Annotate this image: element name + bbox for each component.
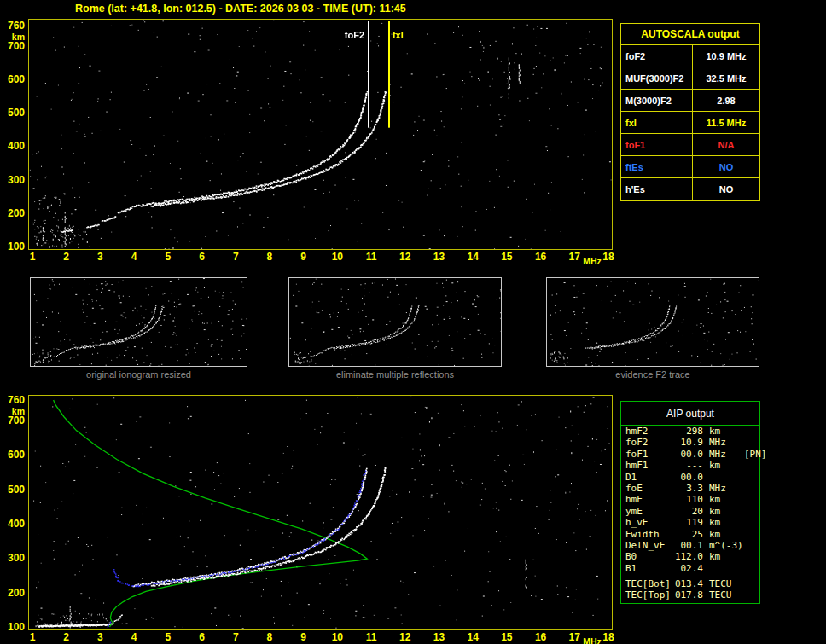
aip-row-unit: MHz	[703, 483, 744, 494]
aip-row: Ewidth25km	[621, 529, 759, 540]
autoscala-row: foF210.9 MHz	[621, 45, 759, 67]
y-tick-label: 300	[1, 554, 25, 563]
aip-row-value: 25	[672, 529, 703, 540]
y-tick-label: 100	[1, 623, 25, 632]
aip-row-unit: km	[703, 460, 744, 471]
aip-tec-label: TEC[Bot]	[621, 578, 672, 589]
thumbnail-original-ionogram	[30, 277, 247, 367]
x-tick-label: 15	[498, 633, 515, 642]
profile-canvas	[29, 396, 612, 629]
x-tick-label: 11	[363, 252, 380, 262]
x-tick-label: 3	[91, 252, 108, 262]
y-tick-label: 760	[1, 396, 25, 405]
aip-row-value: 20	[672, 506, 703, 517]
x-tick-label: 7	[227, 252, 244, 262]
x-tick-label: 1	[24, 633, 41, 642]
aip-row-unit: MHz	[703, 437, 744, 448]
aip-row-extra	[744, 483, 759, 494]
aip-row-extra	[744, 437, 759, 448]
aip-row: B0112.0km	[621, 551, 759, 562]
aip-row-label: foE	[621, 483, 672, 494]
aip-row-value: 298	[672, 426, 703, 437]
aip-row: hmF2298km	[621, 426, 759, 437]
y-tick-label: 700	[1, 42, 25, 51]
x-tick-label: 12	[397, 252, 414, 262]
aip-row-unit	[703, 472, 744, 483]
y-tick-label: 400	[1, 519, 25, 529]
y-axis-unit: km	[1, 32, 25, 42]
aip-row-extra	[744, 506, 759, 517]
aip-row: D100.0	[621, 472, 759, 483]
aip-row-value: 10.9	[672, 437, 703, 448]
aip-row-value: 00.0	[672, 449, 703, 460]
marker-label-foF2: foF2	[322, 30, 364, 40]
thumbnail-caption-f2: evidence F2 trace	[546, 369, 759, 380]
aip-row-unit: km	[703, 529, 744, 540]
aip-row-unit: km	[703, 506, 744, 517]
aip-row-value: 02.4	[672, 563, 703, 574]
x-tick-label: 9	[295, 633, 312, 642]
autoscala-row-label: foF1	[621, 134, 693, 155]
autoscala-row-label: M(3000)F2	[621, 90, 693, 111]
aip-row-label: B1	[621, 563, 672, 574]
x-tick-label: 16	[532, 252, 550, 262]
aip-row-extra	[744, 472, 759, 483]
aip-row-value: 00.0	[672, 472, 703, 483]
aip-row-label: DelN_vE	[621, 540, 672, 551]
autoscala-row: h'EsNO	[621, 178, 759, 200]
ionogram-canvas	[29, 20, 612, 249]
x-tick-label: 14	[464, 633, 481, 642]
autoscala-row-label: MUF(3000)F2	[621, 67, 693, 89]
aip-row-extra	[744, 540, 759, 551]
aip-row-extra	[744, 494, 759, 505]
aip-row-label: hmF1	[621, 460, 672, 471]
x-tick-label: 8	[261, 252, 278, 262]
x-tick-label: 8	[261, 633, 278, 642]
autoscala-row-label: h'Es	[621, 178, 693, 200]
thumbnail-eliminate-canvas	[289, 278, 501, 366]
x-tick-label: 2	[58, 252, 75, 262]
aip-row-unit: km	[703, 517, 744, 528]
autoscala-row-value: 10.9 MHz	[693, 45, 759, 67]
aip-row-label: Ewidth	[621, 529, 672, 540]
y-tick-label: 100	[1, 242, 25, 252]
x-tick-label: 5	[160, 252, 177, 262]
aip-row-value: 3.3	[672, 483, 703, 494]
thumbnail-caption-original: original ionogram resized	[30, 369, 247, 380]
y-tick-label: 400	[1, 142, 25, 151]
aip-row-label: ymE	[621, 506, 672, 517]
aip-row: ymE20km	[621, 506, 759, 517]
thumbnail-original-canvas	[31, 278, 247, 366]
aip-tec-value: 013.4	[672, 578, 703, 589]
y-tick-label: 700	[1, 416, 25, 426]
aip-row-unit: km	[703, 551, 744, 562]
ionogram-plot	[28, 19, 613, 250]
x-tick-label: 11	[363, 633, 380, 642]
station-title: Rome (lat: +41.8, lon: 012.5) - DATE: 20…	[75, 3, 406, 15]
autoscala-row-label: fxI	[621, 112, 693, 133]
x-tick-label: 18	[600, 252, 617, 262]
aip-tec-unit: TECU	[703, 589, 744, 600]
y-tick-label: 200	[1, 209, 25, 218]
autoscala-row-value: 11.5 MHz	[693, 112, 759, 133]
autoscala-row-label: foF2	[621, 45, 693, 67]
autoscala-row-value: NO	[693, 156, 759, 177]
thumbnail-f2-canvas	[547, 278, 759, 366]
aip-row-value: 119	[672, 517, 703, 528]
x-tick-label: 2	[58, 633, 75, 642]
autoscala-row-value: NO	[693, 178, 759, 200]
aip-row-label: D1	[621, 472, 672, 483]
aip-output-table: AIP output hmF2298kmfoF210.9MHzfoF100.0M…	[620, 401, 760, 604]
aip-row-label: B0	[621, 551, 672, 562]
y-tick-label: 600	[1, 450, 25, 460]
aip-row-extra	[744, 517, 759, 528]
aip-row-label: hmF2	[621, 426, 672, 437]
x-tick-label: 6	[194, 633, 211, 642]
aip-row: foE3.3MHz	[621, 483, 759, 494]
aip-table-rows: hmF2298kmfoF210.9MHzfoF100.0MHz[PN]hmF1-…	[621, 426, 759, 574]
x-tick-label: 17	[566, 252, 583, 262]
x-tick-label: 3	[91, 633, 108, 642]
autoscala-table-rows: foF210.9 MHzMUF(3000)F232.5 MHzM(3000)F2…	[621, 45, 759, 200]
autoscala-row: foF1N/A	[621, 134, 759, 156]
autoscala-table-title: AUTOSCALA output	[621, 24, 759, 45]
